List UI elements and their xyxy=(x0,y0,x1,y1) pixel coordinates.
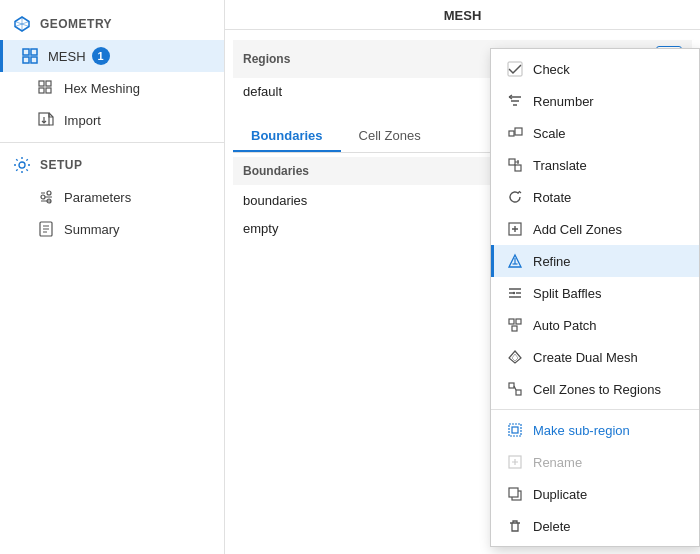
import-icon xyxy=(36,110,56,130)
svg-rect-19 xyxy=(515,128,522,135)
menu-item-translate-label: Translate xyxy=(533,158,587,173)
sidebar-section-setup-label: SETUP xyxy=(40,158,82,172)
menu-item-scale-label: Scale xyxy=(533,126,566,141)
boundaries-label: Boundaries xyxy=(243,164,309,178)
create-dual-mesh-icon xyxy=(505,347,525,367)
menu-item-auto-patch-label: Auto Patch xyxy=(533,318,597,333)
svg-rect-33 xyxy=(516,390,521,395)
svg-rect-17 xyxy=(508,62,522,76)
menu-item-cell-zones-to-regions[interactable]: Cell Zones to Regions xyxy=(491,373,699,405)
svg-rect-6 xyxy=(39,88,44,93)
summary-label: Summary xyxy=(64,222,120,237)
svg-rect-18 xyxy=(509,131,514,136)
menu-item-split-baffles[interactable]: Split Baffles xyxy=(491,277,699,309)
import-label: Import xyxy=(64,113,101,128)
parameters-label: Parameters xyxy=(64,190,131,205)
hex-meshing-icon xyxy=(36,78,56,98)
sidebar-item-summary[interactable]: Summary xyxy=(0,213,224,245)
translate-icon xyxy=(505,155,525,175)
menu-item-check[interactable]: Check xyxy=(491,53,699,85)
menu-item-duplicate[interactable]: Duplicate xyxy=(491,478,699,510)
setup-icon xyxy=(12,155,32,175)
menu-item-delete-label: Delete xyxy=(533,519,571,534)
menu-item-rotate[interactable]: Rotate xyxy=(491,181,699,213)
regions-label: Regions xyxy=(243,52,290,66)
sidebar-item-parameters[interactable]: Parameters xyxy=(0,181,224,213)
menu-item-duplicate-label: Duplicate xyxy=(533,487,587,502)
svg-marker-31 xyxy=(512,354,518,361)
sidebar-divider-1 xyxy=(0,142,224,143)
duplicate-icon xyxy=(505,484,525,504)
menu-item-rename-label: Rename xyxy=(533,455,582,470)
main-header: MESH xyxy=(225,0,700,30)
svg-rect-7 xyxy=(46,88,51,93)
svg-rect-4 xyxy=(39,81,44,86)
menu-item-auto-patch[interactable]: Auto Patch xyxy=(491,309,699,341)
add-cell-zones-icon xyxy=(505,219,525,239)
sidebar-item-import[interactable]: Import xyxy=(0,104,224,136)
geometry-icon xyxy=(12,14,32,34)
svg-rect-38 xyxy=(509,488,518,497)
context-menu: Check Renumber xyxy=(490,48,700,547)
app-container: GEOMETRY MESH 1 xyxy=(0,0,700,554)
sidebar-section-setup[interactable]: SETUP xyxy=(0,149,224,181)
rotate-icon xyxy=(505,187,525,207)
summary-icon xyxy=(36,219,56,239)
menu-item-delete[interactable]: Delete xyxy=(491,510,699,542)
menu-item-cell-zones-to-regions-label: Cell Zones to Regions xyxy=(533,382,661,397)
split-baffles-icon xyxy=(505,283,525,303)
main-panel: MESH Regions 2 ⋮ default Boundaries xyxy=(225,0,700,554)
svg-rect-32 xyxy=(509,383,514,388)
sidebar-section-geometry-label: GEOMETRY xyxy=(40,17,112,31)
menu-item-rotate-label: Rotate xyxy=(533,190,571,205)
sidebar: GEOMETRY MESH 1 xyxy=(0,0,225,554)
scale-icon xyxy=(505,123,525,143)
menu-item-split-baffles-label: Split Baffles xyxy=(533,286,601,301)
svg-rect-3 xyxy=(31,57,37,63)
delete-icon xyxy=(505,516,525,536)
tab-boundaries[interactable]: Boundaries xyxy=(233,121,341,152)
menu-item-add-cell-zones-label: Add Cell Zones xyxy=(533,222,622,237)
menu-item-make-sub-region[interactable]: Make sub-region xyxy=(491,414,699,446)
refine-icon xyxy=(505,251,525,271)
sidebar-item-mesh-label: MESH xyxy=(48,49,86,64)
menu-item-translate[interactable]: Translate xyxy=(491,149,699,181)
auto-patch-icon xyxy=(505,315,525,335)
sidebar-item-mesh[interactable]: MESH 1 xyxy=(0,40,224,72)
renumber-icon xyxy=(505,91,525,111)
check-icon xyxy=(505,59,525,79)
menu-item-add-cell-zones[interactable]: Add Cell Zones xyxy=(491,213,699,245)
params-icon xyxy=(36,187,56,207)
menu-item-refine-label: Refine xyxy=(533,254,571,269)
svg-rect-28 xyxy=(516,319,521,324)
menu-item-check-label: Check xyxy=(533,62,570,77)
menu-item-create-dual-mesh-label: Create Dual Mesh xyxy=(533,350,638,365)
mesh-icon xyxy=(20,46,40,66)
make-sub-region-icon xyxy=(505,420,525,440)
svg-rect-5 xyxy=(46,81,51,86)
sidebar-section-geometry[interactable]: GEOMETRY xyxy=(0,8,224,40)
menu-item-renumber-label: Renumber xyxy=(533,94,594,109)
menu-item-scale[interactable]: Scale xyxy=(491,117,699,149)
svg-rect-35 xyxy=(512,427,518,433)
menu-item-rename[interactable]: Rename xyxy=(491,446,699,478)
sidebar-item-hex-meshing[interactable]: Hex Meshing xyxy=(0,72,224,104)
svg-rect-1 xyxy=(31,49,37,55)
svg-rect-21 xyxy=(515,165,521,171)
svg-point-9 xyxy=(41,195,45,199)
svg-rect-27 xyxy=(509,319,514,324)
svg-point-26 xyxy=(513,292,515,294)
tab-cell-zones[interactable]: Cell Zones xyxy=(341,121,439,152)
svg-rect-20 xyxy=(509,159,515,165)
cell-zones-icon xyxy=(505,379,525,399)
context-menu-divider xyxy=(491,409,699,410)
menu-item-make-sub-region-label: Make sub-region xyxy=(533,423,630,438)
svg-rect-34 xyxy=(509,424,521,436)
menu-item-create-dual-mesh[interactable]: Create Dual Mesh xyxy=(491,341,699,373)
menu-item-refine[interactable]: Refine xyxy=(491,245,699,277)
rename-icon xyxy=(505,452,525,472)
svg-rect-2 xyxy=(23,57,29,63)
svg-rect-0 xyxy=(23,49,29,55)
hex-meshing-label: Hex Meshing xyxy=(64,81,140,96)
menu-item-renumber[interactable]: Renumber xyxy=(491,85,699,117)
